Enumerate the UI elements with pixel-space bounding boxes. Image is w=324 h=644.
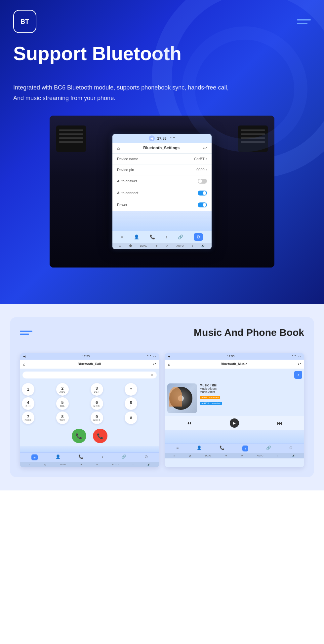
answer-button[interactable]: 📞 (72, 429, 86, 443)
dial-6[interactable]: 6MNO (91, 397, 103, 410)
music-track-title: Music Title (200, 383, 302, 387)
call-link-icon[interactable]: 🔗 (121, 454, 126, 460)
dial-8[interactable]: 8TUV (56, 411, 69, 424)
music-nav-icon[interactable]: ♪ (165, 234, 168, 239)
music-hamburger-icon[interactable] (20, 331, 32, 335)
dial-3[interactable]: 3DEF (91, 383, 103, 396)
call-music-icon[interactable]: ♪ (101, 454, 103, 460)
device-pin-label: Device pin (117, 168, 134, 172)
play-button[interactable]: ▶ (230, 418, 239, 428)
call-search-clear[interactable]: ✕ (151, 373, 153, 377)
hero-section: BT Support Bluetooth Integrated with BC6… (0, 0, 324, 304)
call-blur-area (20, 446, 159, 452)
music-contacts-icon[interactable]: 👤 (197, 446, 202, 451)
car-display: ◀ 17:53 ⌃ ⌃ ⌂ Bluetooth_Settings ↩ Devic… (13, 116, 311, 268)
music-screen-card: ◀ 17:53 ⌃⌃ ▭ ⌂ Bluetooth_Music ↩ ♪ (165, 353, 304, 467)
music-divider (20, 345, 304, 345)
music-link-icon[interactable]: 🔗 (266, 446, 271, 451)
call-screen-title: Bluetooth_Call (78, 362, 101, 366)
auto-connect-toggle[interactable] (198, 191, 207, 196)
dial-2[interactable]: 2ABC (56, 383, 69, 396)
prev-button[interactable]: ⏮ (186, 420, 192, 426)
music-content: Music Title Music Album Music Artist A2D… (165, 381, 304, 416)
music-back-icon[interactable]: ↩ (298, 362, 301, 366)
car-mockup: ◀ 17:53 ⌃ ⌃ ⌂ Bluetooth_Settings ↩ Devic… (50, 116, 274, 268)
title-divider (13, 74, 311, 74)
dual-screen-container: ◀ 17:53 ⌃⌃ ▭ ⌂ Bluetooth_Call ↩ ✕ (20, 353, 304, 467)
link-nav-icon[interactable]: 🔗 (178, 234, 183, 239)
next-button[interactable]: ⏭ (277, 420, 282, 426)
screen-back-arrow[interactable]: ◀ (149, 135, 155, 141)
call-time: 17:53 (82, 355, 90, 358)
right-vent (238, 125, 268, 152)
music-climate-bar: ⌂ ⏻ DUAL ❄ ↺ AUTO ↕ 🔊 (165, 453, 304, 458)
dial-hash[interactable]: # (125, 411, 137, 424)
bt-logo: BT (13, 10, 36, 33)
music-section-title: Music And Phone Book (194, 327, 304, 338)
music-menu-icon[interactable]: ≡ (176, 446, 179, 451)
dial-star[interactable]: * (125, 383, 137, 396)
music-nav-bar: ≡ 👤 📞 ♪ 🔗 ⊙ (165, 444, 304, 453)
auto-answer-toggle[interactable] (198, 179, 207, 184)
call-back-btn[interactable]: ◀ (23, 355, 25, 358)
power-toggle[interactable] (198, 202, 207, 207)
call-search-bar[interactable]: ✕ (22, 372, 157, 378)
auto-answer-row[interactable]: Auto answer (112, 175, 212, 187)
dial-0[interactable]: 0+ (125, 397, 137, 410)
music-note-icon: ♪ (294, 371, 302, 379)
hero-header: BT (13, 10, 311, 33)
call-nav-bar: ≡ 👤 📞 ♪ 🔗 ⊙ (20, 452, 159, 462)
music-time: 17:53 (227, 355, 235, 358)
call-climate-bar: ⌂ ⏻ DUAL ❄ ↺ AUTO ↕ 🔊 (20, 462, 159, 467)
call-phone-icon[interactable]: 📞 (78, 454, 83, 460)
back-icon[interactable]: ↩ (203, 145, 207, 151)
dial-9[interactable]: 9WXYZ (91, 411, 103, 424)
dial-1[interactable]: 1 (22, 383, 34, 396)
dial-4[interactable]: 4GHI (22, 397, 34, 410)
call-back-icon[interactable]: ↩ (153, 362, 156, 366)
call-buttons: 📞 📞 (20, 426, 159, 446)
music-statusbar: ◀ 17:53 ⌃⌃ ▭ (165, 353, 304, 360)
home-icon[interactable]: ⌂ (117, 145, 120, 151)
left-vent (56, 125, 86, 152)
power-row[interactable]: Power (112, 199, 212, 211)
music-home-icon[interactable]: ⌂ (168, 362, 170, 366)
power-label: Power (117, 203, 127, 207)
call-contacts-icon[interactable]: 👤 (56, 454, 61, 460)
call-statusbar: ◀ 17:53 ⌃⌃ ▭ (20, 353, 159, 360)
dial-5[interactable]: 5JKL (56, 397, 69, 410)
music-back-btn[interactable]: ◀ (168, 355, 170, 358)
call-screen-card: ◀ 17:53 ⌃⌃ ▭ ⌂ Bluetooth_Call ↩ ✕ (20, 353, 159, 467)
music-screen-title: Bluetooth_Music (221, 362, 248, 366)
contacts-nav-icon[interactable]: 👤 (134, 234, 139, 239)
phone-nav-icon[interactable]: 📞 (150, 234, 155, 239)
music-note-area: ♪ (165, 369, 304, 381)
music-music-icon[interactable]: ♪ (242, 446, 248, 451)
avrcp-badge: AVRCP connected (200, 400, 302, 406)
reject-button[interactable]: 📞 (93, 429, 107, 443)
album-art (167, 383, 197, 413)
call-settings-icon[interactable]: ⊙ (144, 454, 148, 460)
music-settings-icon[interactable]: ⊙ (289, 446, 293, 451)
music-artist-name: Music Artist (200, 390, 302, 394)
music-phone-icon[interactable]: 📞 (220, 446, 224, 451)
call-home-icon[interactable]: ⌂ (23, 362, 25, 366)
auto-connect-label: Auto connect (117, 191, 138, 195)
a2dp-badge: A2DP connected (200, 394, 302, 400)
music-controls: ⏮ ▶ ⏭ (165, 416, 304, 430)
dialpad: 1 2ABC 3DEF * 4GHI 5JKL 6MNO 0+ 7PQRS 8T… (20, 381, 159, 426)
settings-nav-icon[interactable]: ⚙ (194, 233, 203, 241)
music-section: Music And Phone Book ◀ 17:53 ⌃⌃ ▭ ⌂ (0, 304, 324, 490)
menu-nav-icon[interactable]: ≡ (121, 234, 124, 239)
device-name-row[interactable]: Device name CarBT › (112, 154, 212, 164)
car-background: ◀ 17:53 ⌃ ⌃ ⌂ Bluetooth_Settings ↩ Devic… (50, 116, 274, 268)
hamburger-menu[interactable] (297, 19, 311, 24)
page-title: Support Bluetooth (13, 43, 311, 64)
dial-7[interactable]: 7PQRS (22, 411, 34, 424)
call-menu-icon[interactable]: ≡ (31, 454, 37, 460)
music-info: Music Title Music Album Music Artist A2D… (200, 383, 302, 406)
music-header: Music And Phone Book (20, 327, 304, 338)
screen-title: Bluetooth_Settings (143, 146, 180, 150)
device-pin-row[interactable]: Device pin 0000 › (112, 164, 212, 175)
auto-connect-row[interactable]: Auto connect (112, 187, 212, 199)
